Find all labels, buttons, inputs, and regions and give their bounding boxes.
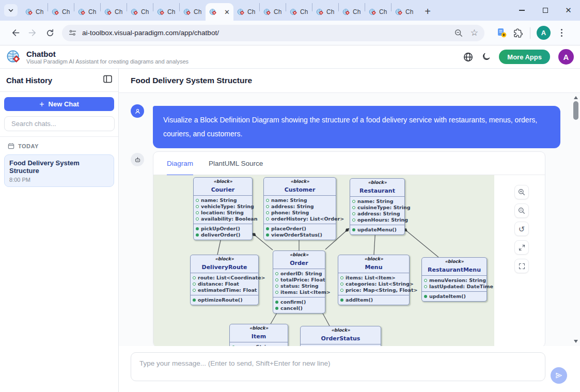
- attribute-icon: [196, 205, 199, 208]
- browser-tab[interactable]: Ch: [391, 3, 417, 21]
- tab-search-button[interactable]: [4, 4, 18, 17]
- block-attributes: menuVersion: StringlastUpdated: DateTime: [422, 275, 487, 291]
- collapse-sidebar-button[interactable]: [103, 75, 112, 85]
- browser-tab[interactable]: Ch: [286, 3, 312, 21]
- new-chat-button[interactable]: + New Chat: [4, 97, 114, 111]
- search-chats-input[interactable]: [4, 116, 115, 131]
- attribute-row: items: List<Item>: [275, 289, 322, 295]
- maximize-button[interactable]: [534, 0, 557, 21]
- tab-title: Ch: [353, 8, 360, 15]
- browser-tab[interactable]: Ch: [233, 3, 259, 21]
- sidebar-title: Chat History: [6, 76, 52, 85]
- operation-icon: [266, 227, 269, 230]
- browser-tab-active[interactable]: ✕: [206, 3, 233, 21]
- scrollbar-thumb[interactable]: [573, 101, 578, 120]
- diagram-expand-button[interactable]: [514, 240, 529, 255]
- diagram-block-item: «block»Itemname: String: [229, 324, 288, 346]
- block-attributes: name: StringvehicleType: Stringlocation:…: [194, 195, 252, 224]
- tab-title: Ch: [379, 8, 387, 15]
- attribute-text: menuVersion: String: [429, 277, 486, 284]
- attribute-row: availability: Boolean: [196, 216, 249, 222]
- block-attributes: orderID: StringtotalPrice: Floatstatus: …: [273, 269, 325, 297]
- browser-tab[interactable]: Ch: [312, 3, 338, 21]
- block-name: RestaurantMenu: [428, 266, 481, 273]
- dark-mode-moon-icon[interactable]: [481, 52, 491, 61]
- visual-paradigm-favicon: [342, 8, 350, 16]
- browser-profile-avatar[interactable]: A: [537, 26, 551, 40]
- more-apps-button[interactable]: More Apps: [499, 50, 550, 64]
- attribute-row: items: List<Item>: [340, 275, 406, 281]
- tab-plantuml-source[interactable]: PlantUML Source: [209, 152, 263, 175]
- browser-tab[interactable]: Ch: [48, 3, 74, 21]
- message-input[interactable]: [131, 352, 545, 381]
- extensions-puzzle-icon[interactable]: [513, 28, 524, 38]
- tab-close-button[interactable]: ✕: [224, 9, 230, 15]
- browser-menu-button[interactable]: [557, 29, 567, 37]
- attribute-text: categories: List<String>: [346, 281, 414, 287]
- reload-button[interactable]: [41, 24, 59, 42]
- attribute-icon: [352, 212, 355, 215]
- browser-tab[interactable]: Ch: [22, 3, 48, 21]
- send-button[interactable]: [551, 367, 567, 384]
- diagram-zoom-in-button[interactable]: [514, 185, 529, 199]
- operation-row: pickUpOrder(): [196, 226, 249, 232]
- attribute-icon: [193, 283, 196, 286]
- reading-list-icon[interactable]: [497, 28, 507, 38]
- attribute-text: estimatedTime: Float: [198, 287, 257, 293]
- assistant-response-card: DiagramPlantUML Source «block»Couriernam…: [153, 151, 545, 346]
- operation-text: addItem(): [346, 297, 373, 303]
- block-operations: confirm()cancel(): [273, 297, 325, 313]
- scroll-down-arrow[interactable]: [574, 340, 578, 343]
- browser-tab[interactable]: Ch: [153, 3, 179, 21]
- visual-paradigm-favicon: [78, 8, 86, 16]
- attribute-row: categories: List<String>: [340, 281, 406, 287]
- chat-main: Food Delivery System Structure Visualize…: [119, 69, 580, 392]
- zoom-indicator-icon[interactable]: [454, 28, 463, 38]
- browser-tab[interactable]: Ch: [180, 3, 206, 21]
- language-globe-icon[interactable]: [463, 52, 473, 62]
- operation-row: cancel(): [275, 305, 322, 311]
- scroll-up-arrow[interactable]: [574, 96, 578, 99]
- tab-title: Ch: [167, 8, 175, 15]
- block-operations: pickUpOrder()deliverOrder(): [194, 224, 252, 240]
- visual-paradigm-favicon: [290, 8, 297, 16]
- forward-button[interactable]: [24, 24, 41, 42]
- screen: { "browser": { "tab_label": "Ch", "tabs_…: [0, 0, 580, 392]
- diagram-zoom-out-button[interactable]: [514, 203, 529, 218]
- account-avatar[interactable]: A: [558, 49, 574, 65]
- attribute-text: name: String: [271, 197, 307, 203]
- chat-history-item[interactable]: Food Delivery System Structure8:00 PM: [4, 154, 114, 187]
- composition-diamond: [252, 233, 256, 236]
- block-name: OrderStatus: [321, 335, 360, 342]
- block-operations: updateMenu(): [350, 225, 404, 234]
- browser-tab[interactable]: Ch: [74, 3, 100, 21]
- tab-diagram[interactable]: Diagram: [167, 152, 193, 175]
- attribute-icon: [266, 199, 269, 202]
- attribute-icon: [352, 218, 355, 222]
- browser-tab[interactable]: Ch: [365, 3, 391, 21]
- diagram-fullscreen-button[interactable]: [514, 259, 529, 273]
- browser-tab[interactable]: Ch: [260, 3, 286, 21]
- visual-paradigm-favicon: [263, 8, 271, 16]
- tab-title: Ch: [274, 8, 281, 15]
- browser-tab-strip: ChChChChChChCh✕ChChChChChChCh + ✕: [0, 0, 580, 21]
- attribute-row: route: List<Coordinate>: [193, 275, 256, 281]
- bookmark-star-icon[interactable]: ☆: [471, 28, 478, 37]
- browser-tab[interactable]: Ch: [127, 3, 153, 21]
- minimize-button[interactable]: [510, 0, 534, 21]
- browser-tab[interactable]: Ch: [101, 3, 127, 21]
- reset-icon: ↺: [519, 225, 525, 233]
- new-tab-button[interactable]: +: [421, 6, 434, 18]
- url-bar[interactable]: ai-toolbox.visual-paradigm.com/app/chatb…: [62, 25, 484, 41]
- chat-scrollbar[interactable]: [572, 93, 580, 346]
- diagram-canvas[interactable]: «block»Couriername: StringvehicleType: S…: [153, 175, 494, 346]
- close-window-button[interactable]: ✕: [557, 0, 580, 21]
- diagram-reset-view-button[interactable]: ↺: [514, 222, 529, 236]
- operation-text: cancel(): [280, 305, 303, 311]
- operation-icon: [352, 228, 355, 231]
- attribute-row: name: String: [266, 197, 333, 203]
- attribute-row: name: String: [352, 198, 402, 205]
- browser-tab[interactable]: Ch: [339, 3, 365, 21]
- chat-scroll-area[interactable]: Visualize a Block Definition Diagram sho…: [119, 93, 580, 346]
- back-button[interactable]: [6, 24, 24, 42]
